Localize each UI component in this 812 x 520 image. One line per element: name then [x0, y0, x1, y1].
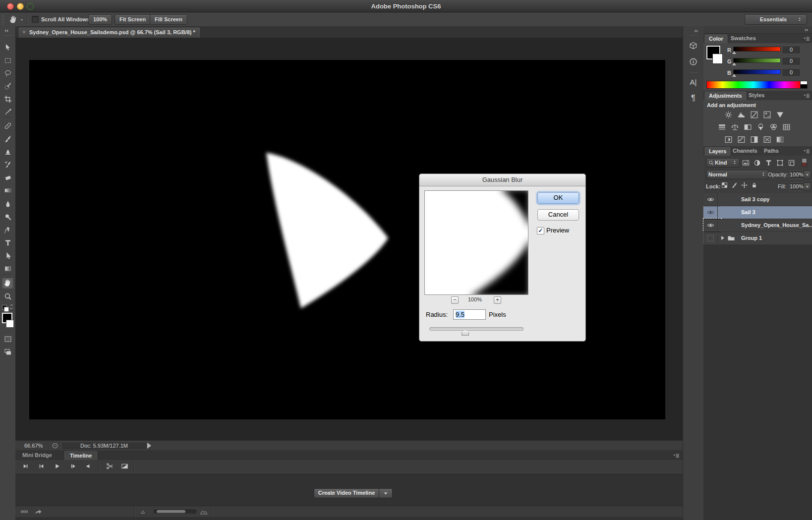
first-frame-button[interactable]: [19, 462, 31, 471]
filtering-toggle[interactable]: [802, 158, 807, 167]
red-slider-thumb[interactable]: [732, 51, 736, 54]
paragraph-panel-icon[interactable]: ¶: [687, 92, 700, 105]
background-color-well[interactable]: [712, 54, 723, 64]
dock-grip[interactable]: [689, 35, 697, 37]
quick-mask-mode-button[interactable]: [2, 334, 13, 345]
lasso-tool[interactable]: [2, 68, 13, 79]
document-tab[interactable]: ×Sydney_Opera_House_Sailsdemo.psd @ 66.7…: [18, 27, 201, 38]
filter-shape-layers-icon[interactable]: [776, 159, 784, 167]
spectrum-black-swatch[interactable]: [800, 84, 808, 89]
hand-tool-preset-icon[interactable]: [9, 15, 18, 24]
screen-mode-button[interactable]: [2, 347, 13, 358]
type-tool[interactable]: [2, 237, 13, 249]
zoom-tool[interactable]: [2, 291, 13, 302]
layer-name[interactable]: Group 1: [741, 235, 762, 241]
layer-name[interactable]: Sail 3 copy: [741, 196, 769, 202]
layers-panel-menu-icon[interactable]: [803, 148, 810, 155]
color-spectrum-ramp[interactable]: [706, 81, 801, 89]
tab-swatches[interactable]: Swatches: [726, 34, 760, 43]
dock-grip[interactable]: [689, 72, 697, 74]
spot-healing-brush-tool[interactable]: [2, 120, 13, 132]
red-slider[interactable]: [733, 47, 781, 52]
channel-mixer-icon[interactable]: [769, 123, 778, 131]
split-clip-button[interactable]: [104, 462, 116, 471]
dodge-tool[interactable]: [2, 212, 13, 223]
layer-row-background-photo[interactable]: Sydney_Opera_House_Sa...: [703, 219, 812, 232]
layer-row-sail3copy[interactable]: Sail 3 copy: [703, 193, 812, 206]
green-slider-thumb[interactable]: [732, 62, 736, 65]
info-panel-icon[interactable]: [687, 55, 700, 68]
create-timeline-dropdown-button[interactable]: [379, 488, 393, 498]
document-info-field[interactable]: Doc: 5.93M/127.1M: [61, 442, 147, 450]
tools-grip[interactable]: [3, 35, 12, 37]
frames-view-icon[interactable]: [20, 508, 28, 516]
rectangle-tool[interactable]: [2, 263, 13, 275]
cancel-button[interactable]: Cancel: [537, 209, 579, 221]
layer-filter-kind-combo[interactable]: Kind: [706, 158, 740, 168]
eraser-tool[interactable]: [2, 172, 13, 183]
color-panel-menu-icon[interactable]: [803, 35, 810, 42]
lock-pixels-icon[interactable]: [731, 182, 738, 188]
threshold-icon[interactable]: [750, 135, 758, 144]
lock-position-icon[interactable]: [741, 182, 748, 188]
properties-panel-icon[interactable]: [687, 39, 700, 52]
status-flyout-arrow-icon[interactable]: [147, 443, 151, 449]
ok-button[interactable]: OK: [537, 192, 579, 204]
path-selection-tool[interactable]: [2, 250, 13, 262]
tab-timeline[interactable]: Timeline: [63, 450, 98, 461]
blue-slider-thumb[interactable]: [732, 74, 736, 77]
blend-mode-combo[interactable]: Normal: [706, 170, 768, 179]
radius-slider[interactable]: [429, 327, 523, 331]
transition-button[interactable]: [118, 462, 130, 471]
history-brush-tool[interactable]: [2, 159, 13, 171]
hue-saturation-icon[interactable]: [718, 123, 726, 131]
tab-layers[interactable]: Layers: [704, 146, 731, 156]
brush-tool[interactable]: [2, 133, 13, 145]
layer-row-group1[interactable]: Group 1: [703, 232, 812, 245]
previous-frame-button[interactable]: [35, 462, 47, 471]
fill-value[interactable]: 100%: [789, 182, 804, 191]
tab-styles[interactable]: Styles: [744, 91, 769, 100]
layer-name[interactable]: Sydney_Opera_House_Sa...: [741, 222, 812, 228]
workspace-selector[interactable]: Essentials: [745, 14, 807, 25]
gradient-map-icon[interactable]: [776, 135, 784, 144]
crop-tool[interactable]: [2, 94, 13, 105]
tab-adjustments[interactable]: Adjustments: [704, 91, 747, 101]
color-lookup-icon[interactable]: [782, 123, 791, 131]
exposure-icon[interactable]: [763, 111, 771, 119]
black-white-icon[interactable]: [744, 123, 752, 131]
swap-colors-icon[interactable]: [8, 304, 14, 310]
adjustments-panel-menu-icon[interactable]: [803, 92, 810, 99]
create-video-timeline-button[interactable]: Create Video Timeline: [314, 488, 379, 498]
collapse-panels-icon[interactable]: [804, 27, 810, 33]
tab-channels[interactable]: Channels: [728, 146, 762, 156]
vibrance-icon[interactable]: [776, 111, 784, 119]
tab-mini-bridge[interactable]: Mini Bridge: [16, 450, 58, 460]
gradient-tool[interactable]: [2, 185, 13, 196]
status-clock-icon[interactable]: [52, 442, 58, 449]
next-frame-button[interactable]: [67, 462, 79, 471]
blur-preview[interactable]: [424, 190, 528, 295]
blue-slider[interactable]: [733, 69, 781, 74]
lock-transparency-icon[interactable]: [721, 182, 728, 188]
character-panel-icon[interactable]: A|: [687, 76, 700, 89]
dialog-title[interactable]: Gaussian Blur: [419, 174, 585, 186]
timeline-zoom-slider[interactable]: [154, 510, 196, 514]
actual-pixels-button[interactable]: 100%: [88, 14, 112, 25]
group-expand-arrow-icon[interactable]: [721, 236, 724, 240]
blue-value-field[interactable]: 0: [782, 68, 801, 77]
visibility-toggle[interactable]: [703, 219, 718, 231]
collapse-tools-icon[interactable]: [4, 28, 10, 34]
levels-icon[interactable]: [737, 111, 746, 119]
timeline-panel-menu-icon[interactable]: [673, 452, 680, 459]
brightness-contrast-icon[interactable]: [724, 111, 733, 119]
opacity-dropdown-button[interactable]: [804, 171, 811, 179]
color-balance-icon[interactable]: [731, 123, 739, 131]
pen-tool[interactable]: [2, 225, 13, 236]
curves-icon[interactable]: [750, 111, 758, 119]
filter-adjustment-layers-icon[interactable]: [754, 159, 761, 167]
rectangular-marquee-tool[interactable]: [2, 55, 13, 66]
fill-screen-button[interactable]: Fill Screen: [150, 14, 187, 25]
scroll-all-windows-checkbox[interactable]: [32, 16, 39, 23]
filter-smart-objects-icon[interactable]: [788, 159, 795, 167]
